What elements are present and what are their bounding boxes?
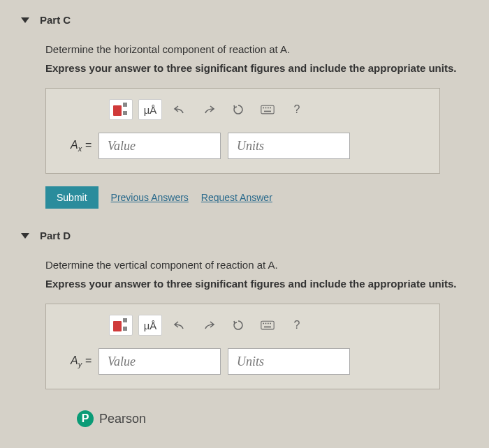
answer-box: µÅ ? Ax = [45,88,440,174]
undo-button[interactable] [168,315,191,336]
caret-down-icon [21,17,29,23]
part-body: Determine the vertical component of reac… [21,259,468,389]
reset-button[interactable] [226,315,250,336]
brand-text: Pearson [99,412,146,426]
part-d: Part D Determine the vertical component … [21,230,468,389]
templates-icon [113,103,129,117]
svg-rect-0 [261,105,274,114]
keyboard-button[interactable] [256,99,279,120]
units-input[interactable] [228,348,350,375]
svg-rect-3 [268,107,269,109]
templates-icon [113,318,129,332]
part-body: Determine the horizontal component of re… [21,43,468,209]
help-button[interactable]: ? [285,99,309,120]
svg-rect-11 [264,327,271,328]
svg-rect-2 [265,107,267,109]
redo-button[interactable] [197,99,221,120]
help-button[interactable]: ? [285,315,309,336]
reset-icon [232,319,245,331]
toolbar: µÅ ? [109,99,425,120]
special-chars-button[interactable]: µÅ [138,315,162,336]
input-row: Ax = [60,133,425,159]
reset-button[interactable] [226,99,250,120]
svg-rect-10 [270,323,271,324]
redo-icon [203,320,215,330]
previous-answers-link[interactable]: Previous Answers [111,192,189,203]
part-c: Part C Determine the horizontal componen… [21,14,468,209]
templates-button[interactable] [109,99,133,120]
question-text: Determine the horizontal component of re… [45,43,468,55]
answer-box: µÅ ? Ay = [45,304,440,389]
question-text: Determine the vertical component of reac… [45,259,468,271]
special-chars-button[interactable]: µÅ [138,99,162,120]
undo-button[interactable] [168,99,191,120]
keyboard-button[interactable] [256,315,279,336]
instructions-text: Express your answer to three significant… [45,278,468,290]
part-header[interactable]: Part D [21,230,468,241]
instructions-text: Express your answer to three significant… [45,62,468,74]
value-input[interactable] [98,348,221,375]
svg-rect-7 [263,323,264,324]
part-header[interactable]: Part C [21,14,468,26]
keyboard-icon [261,105,275,114]
footer: P Pearson [21,410,468,427]
variable-label: Ay = [60,354,92,368]
redo-button[interactable] [197,315,221,336]
undo-icon [173,320,186,330]
svg-rect-1 [263,107,264,109]
submit-button[interactable]: Submit [45,186,98,209]
variable-label: Ax = [60,139,92,153]
pearson-logo-icon: P [77,410,94,427]
reset-icon [232,103,245,116]
redo-icon [203,105,215,114]
svg-rect-6 [261,321,274,329]
svg-rect-8 [265,323,267,324]
request-answer-link[interactable]: Request Answer [201,192,272,203]
svg-rect-5 [264,111,271,112]
actions-row: Submit Previous Answers Request Answer [45,186,468,209]
svg-rect-4 [270,107,271,109]
keyboard-icon [261,320,275,330]
templates-button[interactable] [109,315,133,336]
toolbar: µÅ ? [109,315,425,336]
undo-icon [173,105,186,114]
caret-down-icon [21,233,29,239]
part-title: Part C [40,14,71,26]
units-input[interactable] [228,133,350,159]
part-title: Part D [40,230,71,241]
svg-rect-9 [268,323,269,324]
input-row: Ay = [60,348,425,375]
value-input[interactable] [98,133,221,159]
